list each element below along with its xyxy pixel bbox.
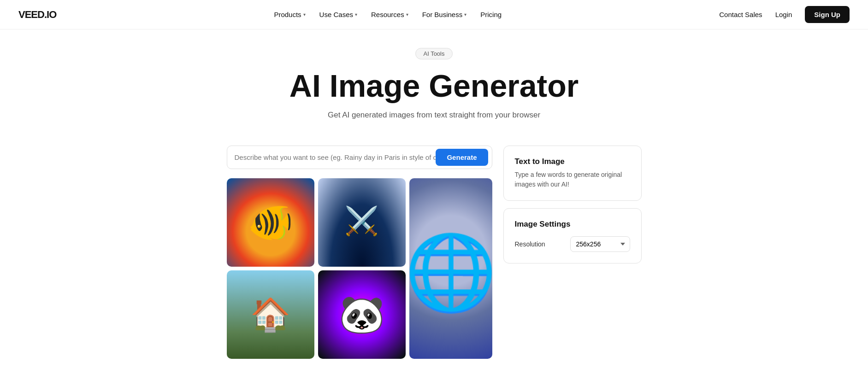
search-bar: Generate [227,146,492,169]
resolution-select[interactable]: 256x256 512x512 1024x1024 [570,236,630,252]
hero-subtitle: Get AI generated images from text straig… [9,111,859,120]
login-link[interactable]: Login [768,7,800,22]
nav-links: Products ▾ Use Cases ▾ Resources ▾ For B… [268,7,507,22]
chevron-down-icon: ▾ [355,12,357,17]
navbar: VEED.IO Products ▾ Use Cases ▾ Resources… [0,0,868,29]
sample-image-panda [318,270,406,359]
image-grid [227,178,492,359]
nav-right: Contact Sales Login Sign Up [719,6,850,23]
prompt-input[interactable] [235,153,436,161]
hero-badge: AI Tools [415,48,452,59]
resolution-row: Resolution 256x256 512x512 1024x1024 [515,236,630,252]
contact-sales-link[interactable]: Contact Sales [719,11,762,18]
nav-resources[interactable]: Resources ▾ [366,7,414,22]
nav-products[interactable]: Products ▾ [268,7,311,22]
sample-image-fish [227,178,314,267]
page-title: AI Image Generator [9,69,859,103]
chevron-down-icon: ▾ [406,12,408,17]
nav-pricing[interactable]: Pricing [475,7,507,22]
generate-button[interactable]: Generate [436,149,488,166]
sample-image-warrior [318,178,406,267]
nav-use-cases[interactable]: Use Cases ▾ [314,7,363,22]
right-panel: Text to Image Type a few words to genera… [503,146,642,359]
text-to-image-description: Type a few words to generate original im… [515,170,630,189]
text-to-image-card: Text to Image Type a few words to genera… [503,146,642,201]
nav-for-business[interactable]: For Business ▾ [417,7,472,22]
logo[interactable]: VEED.IO [18,9,56,21]
main-content: Generate Text to Image Type a few words … [112,146,757,377]
sample-image-house [227,270,314,359]
resolution-label: Resolution [515,240,545,248]
sample-image-globe [409,178,492,359]
text-to-image-title: Text to Image [515,157,630,166]
image-settings-card: Image Settings Resolution 256x256 512x51… [503,208,642,263]
image-settings-title: Image Settings [515,220,630,229]
hero-section: AI Tools AI Image Generator Get AI gener… [0,29,868,146]
chevron-down-icon: ▾ [303,12,306,17]
generator-area: Generate [227,146,492,359]
signup-button[interactable]: Sign Up [805,6,850,23]
chevron-down-icon: ▾ [464,12,466,17]
